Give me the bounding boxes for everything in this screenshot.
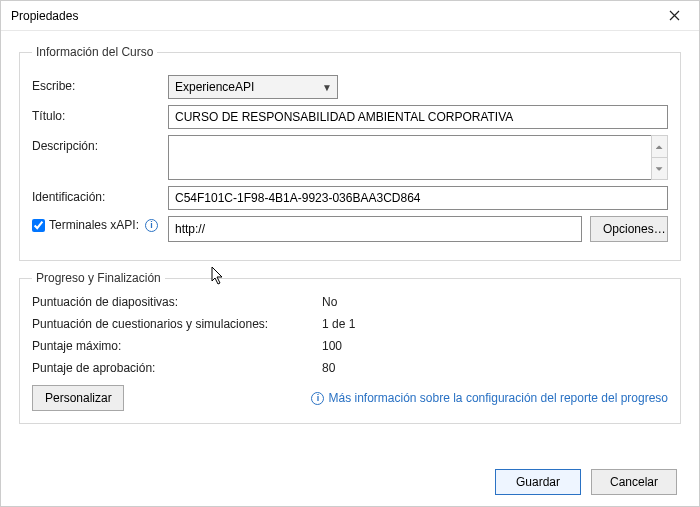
options-button[interactable]: Opciones… [590, 216, 668, 242]
scroll-up-icon[interactable]: ⏶ [652, 136, 667, 157]
window-title: Propiedades [11, 9, 657, 23]
description-textarea[interactable] [168, 135, 651, 180]
type-select[interactable]: ExperienceAPI [168, 75, 338, 99]
xapi-label: Terminales xAPI: [49, 218, 139, 232]
xapi-checkbox[interactable] [32, 219, 45, 232]
progress-help-link[interactable]: i Más información sobre la configuración… [309, 391, 668, 405]
id-input[interactable] [168, 186, 668, 210]
save-button[interactable]: Guardar [495, 469, 581, 495]
customize-button[interactable]: Personalizar [32, 385, 124, 411]
titlebar: Propiedades [1, 1, 699, 31]
quiz-scoring-value: 1 de 1 [322, 317, 668, 331]
progress-legend: Progreso y Finalización [32, 271, 165, 285]
slide-scoring-value: No [322, 295, 668, 309]
textarea-scrollbar[interactable]: ⏶ ⏷ [651, 135, 668, 180]
close-icon[interactable] [657, 3, 691, 29]
xapi-endpoint-input[interactable] [168, 216, 582, 242]
progress-group: Progreso y Finalización Puntuación de di… [19, 271, 681, 424]
xapi-label-wrap[interactable]: Terminales xAPI: i [32, 216, 160, 232]
pass-score-value: 80 [322, 361, 668, 375]
course-info-group: Información del Curso Escribe: Experienc… [19, 45, 681, 261]
max-score-value: 100 [322, 339, 668, 353]
cancel-button[interactable]: Cancelar [591, 469, 677, 495]
scroll-down-icon[interactable]: ⏷ [652, 157, 667, 179]
max-score-label: Puntaje máximo: [32, 339, 322, 353]
title-input[interactable] [168, 105, 668, 129]
id-label: Identificación: [32, 186, 160, 204]
dialog-footer: Guardar Cancelar [1, 458, 699, 506]
pass-score-label: Puntaje de aprobación: [32, 361, 322, 375]
slide-scoring-label: Puntuación de diapositivas: [32, 295, 322, 309]
info-icon: i [311, 392, 324, 405]
course-info-legend: Información del Curso [32, 45, 157, 59]
quiz-scoring-label: Puntuación de cuestionarios y simulacion… [32, 317, 322, 331]
type-label: Escribe: [32, 75, 160, 93]
title-label: Título: [32, 105, 160, 123]
progress-help-text: Más información sobre la configuración d… [328, 391, 668, 405]
description-label: Descripción: [32, 135, 160, 153]
info-icon[interactable]: i [145, 219, 158, 232]
